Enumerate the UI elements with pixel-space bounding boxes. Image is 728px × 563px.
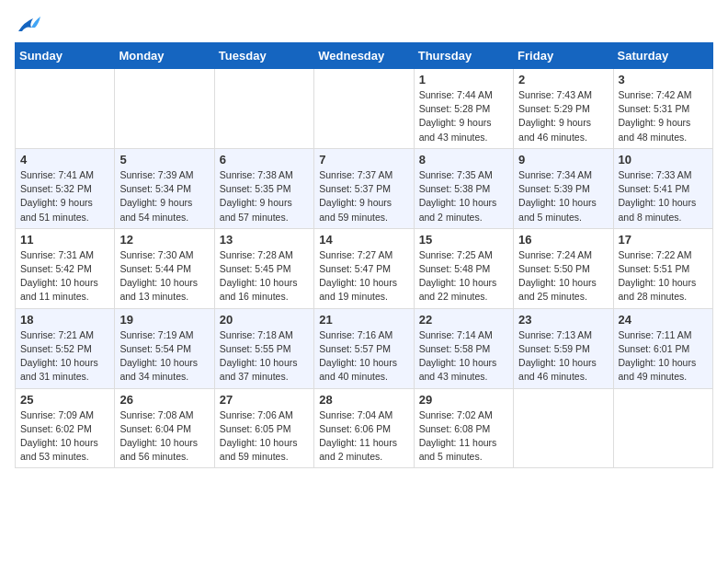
- day-number: 28: [319, 393, 408, 407]
- calendar-cell: 28Sunrise: 7:04 AM Sunset: 6:06 PM Dayli…: [314, 388, 414, 468]
- day-number: 15: [419, 233, 508, 247]
- day-number: 21: [319, 313, 408, 327]
- day-number: 17: [619, 233, 708, 247]
- day-info: Sunrise: 7:33 AM Sunset: 5:41 PM Dayligh…: [619, 168, 708, 224]
- day-number: 6: [220, 153, 309, 167]
- day-info: Sunrise: 7:30 AM Sunset: 5:44 PM Dayligh…: [119, 248, 209, 304]
- day-number: 23: [518, 313, 608, 327]
- calendar-cell: 3Sunrise: 7:42 AM Sunset: 5:31 PM Daylig…: [613, 69, 712, 149]
- week-row-1: 1Sunrise: 7:44 AM Sunset: 5:28 PM Daylig…: [16, 69, 713, 149]
- day-info: Sunrise: 7:41 AM Sunset: 5:32 PM Dayligh…: [20, 168, 109, 224]
- day-info: Sunrise: 7:44 AM Sunset: 5:28 PM Dayligh…: [419, 88, 508, 144]
- calendar-cell: 6Sunrise: 7:38 AM Sunset: 5:35 PM Daylig…: [214, 148, 313, 228]
- day-info: Sunrise: 7:28 AM Sunset: 5:45 PM Dayligh…: [220, 248, 309, 304]
- calendar-cell: 12Sunrise: 7:30 AM Sunset: 5:44 PM Dayli…: [115, 228, 214, 308]
- day-info: Sunrise: 7:35 AM Sunset: 5:38 PM Dayligh…: [419, 168, 508, 224]
- day-info: Sunrise: 7:11 AM Sunset: 6:01 PM Dayligh…: [619, 328, 708, 385]
- calendar-cell: 8Sunrise: 7:35 AM Sunset: 5:38 PM Daylig…: [414, 148, 513, 228]
- calendar-cell: 9Sunrise: 7:34 AM Sunset: 5:39 PM Daylig…: [514, 148, 613, 228]
- calendar-cell: 17Sunrise: 7:22 AM Sunset: 5:51 PM Dayli…: [613, 228, 712, 308]
- calendar-table: SundayMondayTuesdayWednesdayThursdayFrid…: [15, 42, 713, 468]
- day-number: 25: [20, 393, 109, 407]
- calendar-header: SundayMondayTuesdayWednesdayThursdayFrid…: [16, 43, 713, 69]
- calendar-cell: [613, 388, 712, 468]
- day-header-tuesday: Tuesday: [214, 43, 313, 69]
- calendar-cell: 16Sunrise: 7:24 AM Sunset: 5:50 PM Dayli…: [514, 228, 613, 308]
- day-number: 29: [419, 393, 508, 407]
- day-header-monday: Monday: [115, 43, 214, 69]
- calendar-cell: 21Sunrise: 7:16 AM Sunset: 5:57 PM Dayli…: [314, 308, 414, 388]
- calendar-cell: [514, 388, 613, 468]
- calendar-cell: [16, 69, 115, 149]
- calendar-cell: 15Sunrise: 7:25 AM Sunset: 5:48 PM Dayli…: [414, 228, 513, 308]
- day-info: Sunrise: 7:02 AM Sunset: 6:08 PM Dayligh…: [419, 408, 508, 465]
- day-info: Sunrise: 7:08 AM Sunset: 6:04 PM Dayligh…: [119, 408, 209, 465]
- calendar-cell: 25Sunrise: 7:09 AM Sunset: 6:02 PM Dayli…: [16, 388, 115, 468]
- day-header-sunday: Sunday: [16, 43, 115, 69]
- day-info: Sunrise: 7:31 AM Sunset: 5:42 PM Dayligh…: [20, 248, 109, 304]
- day-header-wednesday: Wednesday: [314, 43, 414, 69]
- day-info: Sunrise: 7:13 AM Sunset: 5:59 PM Dayligh…: [518, 328, 608, 385]
- day-info: Sunrise: 7:22 AM Sunset: 5:51 PM Dayligh…: [619, 248, 708, 304]
- calendar-cell: 27Sunrise: 7:06 AM Sunset: 6:05 PM Dayli…: [214, 388, 313, 468]
- day-info: Sunrise: 7:18 AM Sunset: 5:55 PM Dayligh…: [220, 328, 309, 385]
- day-number: 10: [619, 153, 708, 167]
- calendar-cell: 10Sunrise: 7:33 AM Sunset: 5:41 PM Dayli…: [613, 148, 712, 228]
- day-info: Sunrise: 7:16 AM Sunset: 5:57 PM Dayligh…: [319, 328, 408, 385]
- logo-bird-icon: [15, 15, 40, 35]
- day-header-thursday: Thursday: [414, 43, 513, 69]
- calendar-cell: 14Sunrise: 7:27 AM Sunset: 5:47 PM Dayli…: [314, 228, 414, 308]
- calendar-cell: 23Sunrise: 7:13 AM Sunset: 5:59 PM Dayli…: [514, 308, 613, 388]
- calendar-cell: [214, 69, 313, 149]
- week-row-4: 18Sunrise: 7:21 AM Sunset: 5:52 PM Dayli…: [16, 308, 713, 388]
- day-info: Sunrise: 7:21 AM Sunset: 5:52 PM Dayligh…: [20, 328, 109, 385]
- week-row-2: 4Sunrise: 7:41 AM Sunset: 5:32 PM Daylig…: [16, 148, 713, 228]
- day-number: 8: [419, 153, 508, 167]
- calendar-cell: 11Sunrise: 7:31 AM Sunset: 5:42 PM Dayli…: [16, 228, 115, 308]
- calendar-cell: 5Sunrise: 7:39 AM Sunset: 5:34 PM Daylig…: [115, 148, 214, 228]
- day-number: 14: [319, 233, 408, 247]
- day-info: Sunrise: 7:43 AM Sunset: 5:29 PM Dayligh…: [518, 88, 608, 144]
- day-number: 1: [419, 73, 508, 86]
- day-number: 3: [619, 73, 708, 86]
- day-number: 22: [419, 313, 508, 327]
- day-info: Sunrise: 7:19 AM Sunset: 5:54 PM Dayligh…: [119, 328, 209, 385]
- day-info: Sunrise: 7:14 AM Sunset: 5:58 PM Dayligh…: [419, 328, 508, 385]
- day-info: Sunrise: 7:34 AM Sunset: 5:39 PM Dayligh…: [518, 168, 608, 224]
- day-number: 27: [220, 393, 309, 407]
- day-number: 24: [619, 313, 708, 327]
- calendar-cell: 20Sunrise: 7:18 AM Sunset: 5:55 PM Dayli…: [214, 308, 313, 388]
- day-number: 20: [220, 313, 309, 327]
- day-number: 4: [20, 153, 109, 167]
- day-number: 5: [119, 153, 209, 167]
- day-info: Sunrise: 7:42 AM Sunset: 5:31 PM Dayligh…: [619, 88, 708, 144]
- calendar-cell: [115, 69, 214, 149]
- week-row-3: 11Sunrise: 7:31 AM Sunset: 5:42 PM Dayli…: [16, 228, 713, 308]
- day-number: 26: [119, 393, 209, 407]
- day-number: 13: [220, 233, 309, 247]
- day-info: Sunrise: 7:04 AM Sunset: 6:06 PM Dayligh…: [319, 408, 408, 465]
- calendar-cell: 4Sunrise: 7:41 AM Sunset: 5:32 PM Daylig…: [16, 148, 115, 228]
- day-header-friday: Friday: [514, 43, 613, 69]
- day-number: 12: [119, 233, 209, 247]
- calendar-cell: 2Sunrise: 7:43 AM Sunset: 5:29 PM Daylig…: [514, 69, 613, 149]
- header: [15, 15, 713, 35]
- day-number: 2: [518, 73, 608, 86]
- logo: [15, 15, 44, 35]
- day-number: 16: [518, 233, 608, 247]
- day-info: Sunrise: 7:06 AM Sunset: 6:05 PM Dayligh…: [220, 408, 309, 465]
- calendar-cell: 18Sunrise: 7:21 AM Sunset: 5:52 PM Dayli…: [16, 308, 115, 388]
- day-info: Sunrise: 7:37 AM Sunset: 5:37 PM Dayligh…: [319, 168, 408, 224]
- day-number: 18: [20, 313, 109, 327]
- calendar-cell: 22Sunrise: 7:14 AM Sunset: 5:58 PM Dayli…: [414, 308, 513, 388]
- calendar-cell: 7Sunrise: 7:37 AM Sunset: 5:37 PM Daylig…: [314, 148, 414, 228]
- day-info: Sunrise: 7:27 AM Sunset: 5:47 PM Dayligh…: [319, 248, 408, 304]
- calendar-cell: 29Sunrise: 7:02 AM Sunset: 6:08 PM Dayli…: [414, 388, 513, 468]
- day-header-saturday: Saturday: [613, 43, 712, 69]
- day-number: 7: [319, 153, 408, 167]
- day-info: Sunrise: 7:24 AM Sunset: 5:50 PM Dayligh…: [518, 248, 608, 304]
- calendar-cell: 26Sunrise: 7:08 AM Sunset: 6:04 PM Dayli…: [115, 388, 214, 468]
- calendar-cell: [314, 69, 414, 149]
- day-info: Sunrise: 7:09 AM Sunset: 6:02 PM Dayligh…: [20, 408, 109, 465]
- day-number: 11: [20, 233, 109, 247]
